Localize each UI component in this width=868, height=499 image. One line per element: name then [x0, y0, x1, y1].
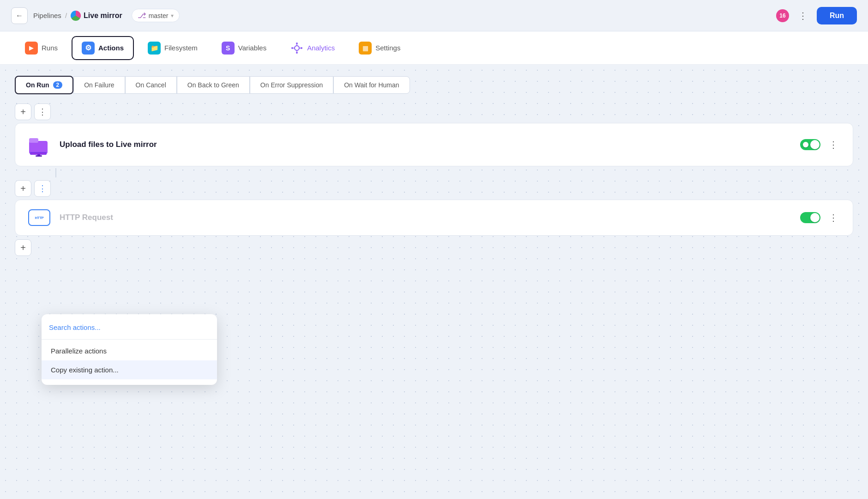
- menu-divider: [42, 339, 217, 340]
- sub-tab-on-error-suppression-label: On Error Suppression: [260, 81, 323, 89]
- tab-settings[interactable]: ▦ Settings: [349, 36, 410, 60]
- add-action-button-1[interactable]: +: [15, 103, 31, 120]
- svg-rect-15: [36, 155, 42, 157]
- content-area: On Run 2 On Failure On Cancel On Back to…: [0, 65, 868, 499]
- svg-rect-11: [29, 138, 38, 143]
- add-action-controls-3: +: [15, 239, 853, 256]
- pipeline-title: Live mirror: [84, 12, 122, 20]
- tab-variables-label: Variables: [238, 44, 266, 52]
- more-action-button-2[interactable]: ⋮: [34, 180, 51, 197]
- upload-toggle[interactable]: [800, 139, 820, 150]
- pipeline-icon: [71, 11, 81, 21]
- http-toggle[interactable]: [800, 212, 820, 223]
- upload-files-title: Upload files to Live mirror: [60, 140, 793, 149]
- sub-tab-on-error-suppression[interactable]: On Error Suppression: [250, 76, 333, 94]
- back-icon: ←: [16, 12, 23, 20]
- more-icon: ⋮: [798, 10, 808, 21]
- sub-tab-on-cancel-label: On Cancel: [136, 81, 166, 89]
- add-action-button-3[interactable]: +: [15, 239, 31, 256]
- runs-icon: ▶: [25, 42, 38, 55]
- branch-selector[interactable]: ⎇ master ▾: [132, 9, 180, 22]
- add-action-button-2[interactable]: +: [15, 180, 31, 197]
- tab-runs-label: Runs: [42, 44, 58, 52]
- tab-actions-label: Actions: [98, 44, 124, 52]
- copy-existing-label: Copy existing action...: [51, 366, 119, 374]
- svg-point-3: [296, 52, 298, 54]
- tab-filesystem[interactable]: 📁 Filesystem: [138, 36, 208, 60]
- svg-rect-10: [29, 141, 48, 154]
- tab-settings-label: Settings: [375, 44, 400, 52]
- sub-tab-on-cancel[interactable]: On Cancel: [125, 76, 177, 94]
- http-action-controls: ⋮: [800, 209, 842, 226]
- tab-analytics[interactable]: Analytics: [280, 36, 345, 60]
- pipeline-name-group: Live mirror: [71, 11, 122, 21]
- branch-label: master: [149, 12, 169, 19]
- chevron-down-icon: ▾: [171, 12, 174, 19]
- pipelines-link[interactable]: Pipelines: [33, 12, 61, 19]
- upload-more-btn[interactable]: ⋮: [825, 136, 842, 153]
- sub-tab-on-failure[interactable]: On Failure: [73, 76, 125, 94]
- svg-point-4: [291, 47, 293, 49]
- http-action-title: HTTP Request: [60, 213, 793, 222]
- menu-item-parallelize[interactable]: Parallelize actions: [42, 341, 217, 360]
- parallelize-label: Parallelize actions: [51, 347, 107, 355]
- svg-point-1: [296, 43, 298, 44]
- back-button[interactable]: ←: [11, 7, 28, 24]
- variables-icon: S: [222, 42, 235, 55]
- http-action-icon: HTTP: [26, 208, 52, 227]
- notif-count: 16: [779, 12, 785, 19]
- main-tab-bar: ▶ Runs ⚙ Actions 📁 Filesystem S Variable…: [0, 31, 868, 65]
- on-run-badge: 2: [53, 81, 63, 89]
- search-actions-input[interactable]: [49, 323, 210, 331]
- svg-point-0: [295, 46, 299, 50]
- breadcrumb-separator: /: [65, 12, 67, 19]
- http-more-btn[interactable]: ⋮: [825, 209, 842, 226]
- add-action-controls-1: + ⋮: [15, 103, 853, 120]
- sub-tab-on-run[interactable]: On Run 2: [15, 76, 73, 94]
- run-button[interactable]: Run: [817, 7, 857, 24]
- search-actions-wrap: [42, 320, 217, 337]
- sub-tab-on-run-label: On Run: [26, 81, 49, 89]
- sub-tab-on-back-to-green[interactable]: On Back to Green: [177, 76, 250, 94]
- upload-action-controls: ⋮: [800, 136, 842, 153]
- analytics-icon: [290, 42, 303, 55]
- action-card-http: HTTP HTTP Request ⋮: [15, 200, 853, 236]
- tab-analytics-label: Analytics: [307, 44, 335, 52]
- action-card-upload: Upload files to Live mirror ⋮: [15, 123, 853, 166]
- actions-dropdown-menu: Parallelize actions Copy existing action…: [42, 314, 217, 385]
- filesystem-icon: 📁: [148, 42, 161, 55]
- breadcrumb: Pipelines / Live mirror: [33, 11, 122, 21]
- sub-tab-on-failure-label: On Failure: [84, 81, 114, 89]
- tab-variables[interactable]: S Variables: [211, 36, 277, 60]
- sub-tab-on-back-to-green-label: On Back to Green: [187, 81, 239, 89]
- tab-runs[interactable]: ▶ Runs: [15, 36, 68, 60]
- upload-files-icon: [26, 132, 52, 158]
- tab-filesystem-label: Filesystem: [164, 44, 198, 52]
- tab-actions[interactable]: ⚙ Actions: [72, 36, 134, 60]
- top-nav: ← Pipelines / Live mirror ⎇ master ▾ 16 …: [0, 0, 868, 31]
- notification-badge[interactable]: 16: [776, 9, 789, 22]
- svg-point-2: [301, 47, 302, 49]
- sub-tab-bar: On Run 2 On Failure On Cancel On Back to…: [15, 76, 853, 94]
- settings-icon: ▦: [359, 42, 372, 55]
- add-action-controls-2: + ⋮: [15, 180, 853, 197]
- sub-tab-on-wait-for-human-label: On Wait for Human: [344, 81, 399, 89]
- more-action-button-1[interactable]: ⋮: [34, 103, 51, 120]
- actions-icon: ⚙: [82, 42, 95, 55]
- sub-tab-on-wait-for-human[interactable]: On Wait for Human: [333, 76, 410, 94]
- more-options-button[interactable]: ⋮: [795, 7, 811, 24]
- connector-line-1: [55, 168, 56, 177]
- menu-item-copy-existing[interactable]: Copy existing action...: [42, 360, 217, 379]
- branch-icon: ⎇: [138, 11, 146, 20]
